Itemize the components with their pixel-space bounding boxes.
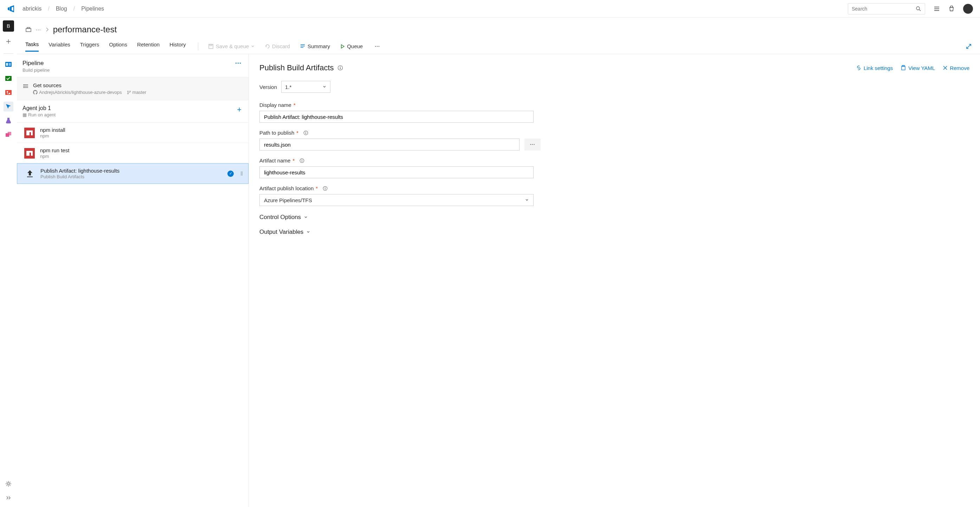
marketplace-icon[interactable] (948, 6, 955, 12)
breadcrumb-org[interactable]: abrickis (22, 6, 41, 12)
list-icon[interactable] (934, 6, 940, 12)
svg-line-1 (919, 10, 921, 11)
breadcrumb-section[interactable]: Pipelines (81, 6, 104, 12)
azure-devops-logo-icon[interactable] (7, 5, 16, 13)
breadcrumb-project[interactable]: Blog (56, 6, 67, 12)
search-icon[interactable] (916, 6, 921, 11)
breadcrumb-separator: / (73, 6, 75, 12)
search-box[interactable] (848, 3, 925, 14)
top-header: abrickis / Blog / Pipelines (0, 0, 980, 18)
search-input[interactable] (852, 6, 916, 11)
user-avatar[interactable] (963, 4, 973, 14)
breadcrumb: abrickis / Blog / Pipelines (22, 6, 104, 12)
breadcrumb-separator: / (48, 6, 49, 12)
svg-point-0 (916, 7, 920, 10)
